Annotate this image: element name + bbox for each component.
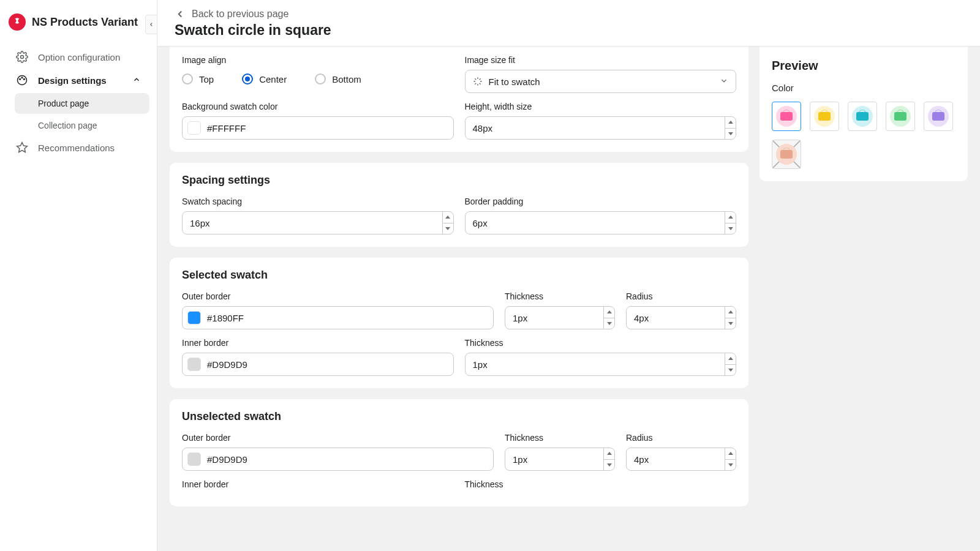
spinner-up[interactable]: [725, 353, 736, 365]
outer-border-label: Outer border: [182, 291, 494, 301]
size-label: Height, width size: [465, 102, 737, 111]
bag-icon: [932, 112, 944, 121]
spinner: [603, 448, 614, 470]
thickness-label: Thickness: [505, 433, 615, 443]
selected-outer-radius-input[interactable]: 4px: [626, 306, 736, 329]
back-link[interactable]: Back to previous page: [175, 9, 963, 20]
selected-title: Selected swatch: [182, 269, 736, 282]
nav-product-page[interactable]: Product page: [15, 93, 149, 114]
unselected-outer-radius-input[interactable]: 4px: [626, 448, 736, 471]
selected-inner-thickness-input[interactable]: 1px: [465, 353, 737, 376]
radio-icon: [242, 73, 253, 84]
preview-swatch[interactable]: [924, 102, 953, 131]
page-header: Back to previous page Swatch circle in s…: [157, 0, 980, 47]
image-align-label: Image align: [182, 55, 454, 65]
spinner-up[interactable]: [725, 212, 736, 223]
svg-point-0: [21, 56, 24, 59]
image-fit-label: Image size fit: [465, 55, 737, 65]
preview-swatch[interactable]: [886, 102, 915, 131]
nav-option-configuration[interactable]: Option configuration: [7, 45, 149, 69]
image-fit-select[interactable]: Fit to swatch: [465, 70, 737, 93]
unselected-outer-input[interactable]: #D9D9D9: [182, 448, 494, 471]
spinner-down[interactable]: [725, 223, 736, 234]
spinner: [725, 307, 736, 329]
selected-outer-thickness-input[interactable]: 1px: [505, 306, 615, 329]
preview-color-label: Color: [772, 83, 956, 93]
radio-bottom[interactable]: Bottom: [315, 73, 361, 84]
brand-name: NS Products Variant: [32, 16, 138, 29]
thickness-label: Thickness: [505, 291, 615, 301]
spinner: [725, 448, 736, 470]
swatch-spacing-label: Swatch spacing: [182, 197, 454, 206]
radio-top[interactable]: Top: [182, 73, 214, 84]
spinner: [725, 212, 736, 234]
bag-icon: [780, 112, 793, 121]
spinner-down[interactable]: [725, 129, 736, 140]
chevron-up-icon: [132, 75, 141, 86]
spinner-down[interactable]: [604, 318, 614, 329]
nav-design-settings[interactable]: Design settings: [7, 69, 149, 92]
spinner-up[interactable]: [604, 448, 614, 460]
image-align-radio-group: Top Center Bottom: [182, 70, 454, 84]
spinner-down[interactable]: [725, 318, 736, 329]
bag-icon: [856, 112, 869, 121]
radio-center[interactable]: Center: [242, 73, 287, 84]
border-padding-input[interactable]: 6px: [465, 211, 737, 234]
spacing-title: Spacing settings: [182, 174, 736, 187]
sidebar: NS Products Variant Option configuration…: [0, 0, 157, 551]
thickness-label: Thickness: [465, 338, 737, 348]
swatch-circle-icon: [928, 106, 949, 127]
nav-collection-page[interactable]: Collection page: [15, 115, 149, 136]
preview-panel: Preview Color: [760, 47, 968, 181]
unselected-outer-thickness-input[interactable]: 1px: [505, 448, 615, 471]
color-chip-icon: [187, 311, 201, 324]
swatch-circle-icon: [776, 144, 797, 165]
card-selected-swatch: Selected swatch Outer border #1890FF Thi…: [170, 258, 748, 388]
color-chip-icon: [187, 121, 201, 135]
spinner-down[interactable]: [725, 460, 736, 471]
thickness-label: Thickness: [465, 479, 737, 489]
spinner-up[interactable]: [604, 307, 614, 318]
swatch-spacing-input[interactable]: 16px: [182, 211, 454, 234]
svg-marker-5: [17, 143, 28, 152]
unselected-title: Unselected swatch: [182, 410, 736, 423]
preview-title: Preview: [772, 59, 956, 73]
outer-border-label: Outer border: [182, 433, 494, 443]
spinner-up[interactable]: [725, 117, 736, 129]
spinner: [603, 307, 614, 329]
app-logo: [9, 13, 26, 31]
size-input[interactable]: 48px: [465, 116, 737, 140]
swatch-circle-icon: [890, 106, 911, 127]
border-padding-label: Border padding: [465, 197, 737, 206]
preview-swatch[interactable]: [810, 102, 839, 131]
palette-icon: [16, 74, 28, 86]
color-chip-icon: [187, 452, 201, 466]
svg-point-4: [24, 79, 25, 80]
selected-outer-input[interactable]: #1890FF: [182, 306, 494, 329]
card-spacing-settings: Spacing settings Swatch spacing 16px: [170, 163, 748, 247]
svg-point-3: [21, 77, 23, 78]
swatch-circle-icon: [776, 106, 797, 127]
nav-recommendations[interactable]: Recommendations: [7, 136, 149, 159]
preview-swatch[interactable]: [772, 102, 801, 131]
selected-inner-input[interactable]: #D9D9D9: [182, 353, 454, 376]
spinner-down[interactable]: [604, 460, 614, 471]
radius-label: Radius: [626, 291, 736, 301]
chevron-down-icon: [720, 77, 728, 87]
bag-icon: [894, 112, 907, 121]
preview-swatch[interactable]: [772, 140, 801, 169]
preview-swatch-grid: [772, 102, 956, 169]
radius-label: Radius: [626, 433, 736, 443]
bag-icon: [780, 150, 793, 159]
spinner-down[interactable]: [443, 223, 453, 234]
sidebar-collapse-button[interactable]: [145, 15, 157, 34]
page-title: Swatch circle in square: [175, 22, 963, 39]
bg-color-input[interactable]: #FFFFFF: [182, 116, 454, 140]
spinner-up[interactable]: [443, 212, 453, 223]
radio-icon: [315, 73, 326, 84]
preview-swatch[interactable]: [848, 102, 877, 131]
spinner-down[interactable]: [725, 365, 736, 376]
inner-border-label: Inner border: [182, 479, 454, 489]
spinner-up[interactable]: [725, 307, 736, 318]
spinner-up[interactable]: [725, 448, 736, 460]
